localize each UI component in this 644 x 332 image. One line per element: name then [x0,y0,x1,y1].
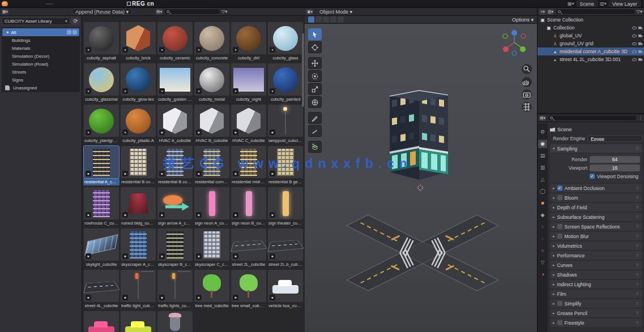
asset-thumbnail[interactable]: ■ [121,270,156,302]
asset-item[interactable]: ■ street 4L_cubcitie [83,270,120,311]
asset-item[interactable]: ● cubcity_metal [194,63,230,105]
library-refresh-button[interactable]: ⟳ [71,18,80,25]
tab-constraints[interactable]: ○ [538,247,547,255]
asset-browser-menu[interactable] [10,11,15,12]
asset-thumbnail[interactable]: ● [157,22,193,54]
view-layer-selector[interactable]: View Layer [609,1,641,7]
workspace-tab[interactable] [85,3,93,5]
asset-thumbnail[interactable]: ● [268,63,303,96]
tab-output[interactable]: ▤ [538,152,547,160]
hide-viewport-icon[interactable] [632,50,637,53]
workspace-tab[interactable] [101,3,109,5]
move-tool[interactable] [308,57,322,69]
asset-item[interactable]: ■ skyscraper A_cub... [120,228,156,270]
workspace-tab[interactable] [45,3,53,5]
menu-item[interactable] [11,3,17,5]
menu-item[interactable] [23,3,28,5]
asset-thumbnail[interactable]: ■ [268,105,303,137]
viewport-menu[interactable] [370,11,376,12]
asset-item[interactable]: ● cubcity_glass [267,22,304,63]
asset-thumbnail[interactable]: ■ [194,105,229,137]
properties-panel-header[interactable]: ▸ Shadows ⠿ [550,270,642,279]
asset-item[interactable]: ● cubcity_concrete [194,22,230,63]
asset-browser-menu[interactable] [21,11,27,12]
properties-panel-header[interactable]: ▸ Screen Space Reflections ⠿ [550,222,642,231]
properties-panel-header[interactable]: ▸ Indirect Lighting ⠿ [550,280,642,288]
outliner-row[interactable]: ⅄ global_UV [538,32,644,40]
workspace-tab[interactable] [93,3,101,5]
asset-thumbnail[interactable]: ■ [268,270,303,302]
asset-item[interactable]: ● cubcity_glassmat [83,63,120,105]
asset-item[interactable]: ● cubcity_glow-tex [120,63,156,105]
asset-item[interactable]: ■ ruined bldg_cubci... [120,187,156,228]
cursor-tool[interactable] [308,41,322,53]
asset-thumbnail[interactable]: ■ [157,187,193,219]
properties-panel-header[interactable]: ▸ ✓ Ambient Occlusion ⠿ [550,184,642,192]
asset-thumbnail[interactable]: ● [121,105,156,137]
asset-item[interactable]: ■ rowhouse C_cubci... [83,187,120,228]
asset-item[interactable]: ● cubcity_night [231,63,267,105]
select-mode-intersect[interactable] [338,16,344,23]
asset-item[interactable]: ■ HVAC C_cubcitie [231,105,267,146]
outliner-search-input[interactable] [555,8,636,15]
asset-grid-scrollbar[interactable] [302,33,304,107]
asset-item[interactable]: ■ street 2L.b_cubcit... [267,228,304,270]
catalog-item[interactable]: Simulation (Road) [2,60,80,68]
asset-item[interactable]: ■ vehicle bus_cubc... [267,270,304,311]
asset-thumbnail[interactable]: ■ [84,187,119,219]
asset-search-input[interactable] [164,8,220,15]
asset-item[interactable]: ■ [120,311,156,332]
menu-item[interactable] [34,3,40,5]
asset-item[interactable]: ■ tree small_cubciti... [231,270,267,311]
display-size-icon[interactable]: ▤▾ [156,9,163,15]
import-method-dropdown[interactable]: Append (Reuse Data) ▾ [72,8,132,15]
properties-options-icon[interactable]: ⋮ [638,115,643,120]
asset-thumbnail[interactable]: ■ [121,311,156,332]
disable-render-icon[interactable] [638,42,642,45]
sampling-viewport-value[interactable]: 16 [590,165,640,171]
asset-item[interactable]: ■ residential B corne... [120,146,156,187]
sampling-panel-header[interactable]: ▾Sampling⠿ [550,144,642,153]
workspace-tab[interactable] [77,3,85,5]
transform-tool[interactable] [308,96,322,108]
outliner-row[interactable]: ▣ Collection [538,24,644,32]
asset-thumbnail[interactable]: ■ [157,311,193,332]
editor-type-icon[interactable]: ▦▾ [2,9,8,15]
filter-icon[interactable]: ▽▾ [221,9,227,14]
workspace-tab[interactable] [117,3,125,5]
asset-thumbnail[interactable]: ■ [194,270,229,302]
asset-item[interactable]: ● cubcity_plastic A [120,105,156,146]
asset-thumbnail[interactable]: ● [157,63,193,96]
outliner-filter-icon[interactable]: ▽▾ [637,9,642,14]
workspace-tab[interactable] [53,3,61,5]
asset-item[interactable]: ■ skyscraper B_cub... [157,228,193,270]
annotate-tool[interactable] [308,112,322,124]
select-box-tool[interactable] [308,28,322,40]
hide-viewport-icon[interactable] [632,27,637,29]
catalog-item[interactable]: Unassigned [2,84,80,92]
viewport-menu[interactable] [359,11,364,12]
asset-item[interactable]: ■ sign theater_cubc... [267,187,304,228]
tab-world[interactable]: ◯ [538,187,547,196]
outliner-row[interactable]: ▲ residential corner A_cubcitie 3D [538,48,644,55]
asset-thumbnail[interactable]: ■ [231,270,266,302]
select-mode-subtract[interactable] [323,16,329,23]
viewport-canvas[interactable]: ▸ Add Selection [305,24,537,332]
menu-item[interactable] [17,3,23,5]
asset-thumbnail[interactable]: ■ [231,187,266,219]
asset-thumbnail[interactable]: ● [84,63,119,96]
panel-checkbox[interactable] [557,195,562,200]
tab-material[interactable]: ◑ [538,270,547,279]
asset-thumbnail[interactable]: ■ [84,228,119,261]
panel-checkbox[interactable] [557,301,562,306]
asset-item[interactable]: ● cubcity_dirt [231,22,267,63]
asset-item[interactable]: ■ traffic light_cubcit... [120,270,156,311]
asset-thumbnail[interactable]: ● [84,105,119,137]
catalog-item[interactable]: Streets [2,68,80,76]
asset-thumbnail[interactable]: ■ [121,187,156,219]
asset-item[interactable]: ■ tree med_cubcitie [194,270,230,311]
blender-logo-icon[interactable] [2,1,8,6]
menu-item[interactable] [28,3,34,5]
workspace-tab[interactable] [69,3,77,5]
scale-tool[interactable] [308,83,322,95]
